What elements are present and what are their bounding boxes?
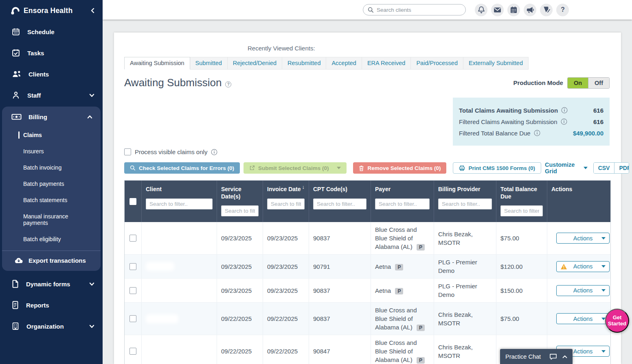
billing-provider-cell: Chris Bezak, MSOTR (434, 222, 496, 254)
production-mode-off-button[interactable]: Off (588, 78, 609, 88)
primary-insurance-badge: P (417, 244, 425, 251)
actions-button[interactable]: Actions (556, 285, 610, 296)
production-mode-on-button[interactable]: On (568, 78, 588, 88)
actions-button-label: Actions (573, 235, 593, 242)
tab-era-received[interactable]: ERA Received (362, 57, 411, 70)
actions-button[interactable]: Actions (556, 313, 610, 324)
remove-claims-button[interactable]: Remove Selected Claims (0) (353, 162, 446, 174)
sidebar-item-label: Staff (27, 92, 41, 99)
sidebar-item-dynamic-forms[interactable]: Dynamic forms (0, 273, 103, 294)
report-icon (11, 301, 19, 310)
filter-input-client[interactable] (146, 198, 213, 209)
tab-awaiting-submission[interactable]: Awaiting Submission (124, 57, 190, 70)
column-header-service-date-s: Service Date(s) (217, 181, 263, 222)
row-checkbox[interactable] (129, 263, 136, 270)
actions-button-label: Actions (573, 348, 593, 355)
bell-button[interactable] (475, 4, 487, 16)
sort-desc-icon[interactable]: ↓ (302, 184, 305, 190)
invoice-date: 09/22/2025 (267, 347, 298, 355)
submit-claims-button[interactable]: Submit Selected Claims (0) (244, 162, 347, 174)
mail-icon (494, 7, 501, 13)
tab-rejected-denied[interactable]: Rejected/Denied (228, 57, 282, 70)
sidebar-item-label: Dynamic forms (26, 281, 70, 288)
sidebar-subitem-batch-payments[interactable]: Batch payments (2, 176, 101, 192)
pdf-button[interactable]: PDF (614, 163, 629, 173)
filter-input-cpt-code-s[interactable] (313, 198, 366, 209)
get-started-button[interactable]: Get Started (605, 309, 629, 333)
grid-options: Customize Grid CSV PDF (545, 161, 629, 174)
filter-input-payer[interactable] (375, 198, 430, 209)
help-button[interactable]: ? (556, 4, 569, 16)
check-errors-label: Check Selected Claims for Errors (0) (139, 165, 234, 171)
invoice-date: 09/22/2025 (267, 314, 298, 323)
filter-input-total-balance-due[interactable] (500, 205, 543, 216)
customize-grid-button[interactable]: Customize Grid (545, 161, 588, 174)
payer-name: Blue Cross and Blue Shield of Alabama (A… (375, 338, 430, 364)
sidebar-subitem-batch-invoicing[interactable]: Batch invoicing (2, 159, 101, 176)
filter-input-service-date-s[interactable] (221, 205, 259, 216)
sidebar-item-clients[interactable]: Clients (0, 63, 103, 85)
practice-chat-bar[interactable]: Practice Chat (500, 349, 573, 364)
actions-cell: Actions (547, 255, 614, 278)
print-cms-button[interactable]: Print CMS 1500 Forms (0) (453, 162, 541, 174)
calendar-solid-button[interactable] (507, 4, 520, 16)
claims-summary-box: Total Claims Awaiting Submission616Filte… (453, 98, 610, 146)
cloud-download-icon (14, 257, 23, 264)
sidebar-item-staff[interactable]: Staff (0, 85, 103, 106)
tab-resubmitted[interactable]: Resubmitted (282, 57, 326, 70)
summary-label-text: Filtered Claims Awaiting Submission (459, 118, 557, 125)
caret-down-icon (601, 289, 606, 292)
tab-paid-processed[interactable]: Paid/Processed (411, 57, 463, 70)
claims-table-header: ClientService Date(s)Invoice Date↓CPT Co… (125, 181, 610, 222)
sidebar-subitem-manual-insurance-payments[interactable]: Manual insurance payments (2, 208, 101, 231)
info-icon[interactable] (211, 149, 217, 155)
select-all-checkbox[interactable] (129, 198, 136, 205)
sidebar-item-export-transactions[interactable]: Export transactions (2, 251, 101, 270)
sidebar-item-label: Reports (26, 302, 49, 309)
sidebar-collapse-button[interactable] (90, 8, 94, 13)
actions-button[interactable]: Actions (556, 233, 610, 244)
tab-externally-submitted[interactable]: Externally Submitted (463, 57, 529, 70)
csv-button[interactable]: CSV (594, 163, 614, 173)
mail-button[interactable] (491, 4, 504, 16)
caret-down-icon (337, 167, 341, 169)
print-cms-label: Print CMS 1500 Forms (0) (468, 165, 535, 171)
title-help-icon[interactable]: ? (225, 81, 231, 87)
sidebar-item-billing[interactable]: Billing (2, 107, 101, 127)
chevron-up-icon[interactable] (562, 355, 567, 358)
filter-input-billing-provider[interactable] (438, 198, 492, 209)
info-icon[interactable] (561, 107, 568, 113)
client-search[interactable] (363, 4, 466, 15)
process-visible-checkbox[interactable] (124, 148, 131, 155)
sidebar-subitem-insurers[interactable]: Insurers (2, 143, 101, 159)
filter-input-invoice-date[interactable] (267, 198, 305, 209)
megaphone-button[interactable] (524, 4, 536, 16)
sidebar-item-label: Export transactions (29, 257, 86, 264)
tab-submitted[interactable]: Submitted (190, 57, 228, 70)
info-icon[interactable] (534, 130, 540, 136)
cpt-code: 90791 (313, 262, 330, 271)
form-pen-button[interactable] (540, 4, 553, 16)
row-checkbox[interactable] (129, 235, 136, 242)
chat-bubble-icon[interactable] (549, 353, 557, 360)
tab-accepted[interactable]: Accepted (326, 57, 362, 70)
row-checkbox[interactable] (129, 315, 136, 322)
row-checkbox[interactable] (129, 287, 136, 294)
sidebar-item-schedule[interactable]: Schedule (0, 21, 103, 42)
actions-button[interactable]: Actions (556, 261, 610, 272)
sidebar-subitem-batch-eligibility[interactable]: Batch eligibility (2, 231, 101, 247)
cpt-code: 90837 (313, 314, 330, 323)
row-checkbox[interactable] (129, 348, 136, 355)
check-errors-button[interactable]: Check Selected Claims for Errors (0) (124, 162, 240, 174)
row-select-cell (125, 222, 142, 254)
search-input[interactable] (377, 7, 461, 13)
info-icon[interactable] (561, 118, 567, 125)
sidebar-item-tasks[interactable]: Tasks (0, 42, 103, 63)
actions-button-label: Actions (573, 287, 593, 294)
sidebar-item-organization[interactable]: Organization (0, 316, 103, 337)
cpt-code-cell: 90837 (309, 222, 371, 254)
printer-icon (459, 165, 465, 171)
sidebar-subitem-claims[interactable]: Claims (2, 127, 101, 143)
sidebar-subitem-batch-statements[interactable]: Batch statements (2, 192, 101, 208)
sidebar-item-reports[interactable]: Reports (0, 294, 103, 316)
